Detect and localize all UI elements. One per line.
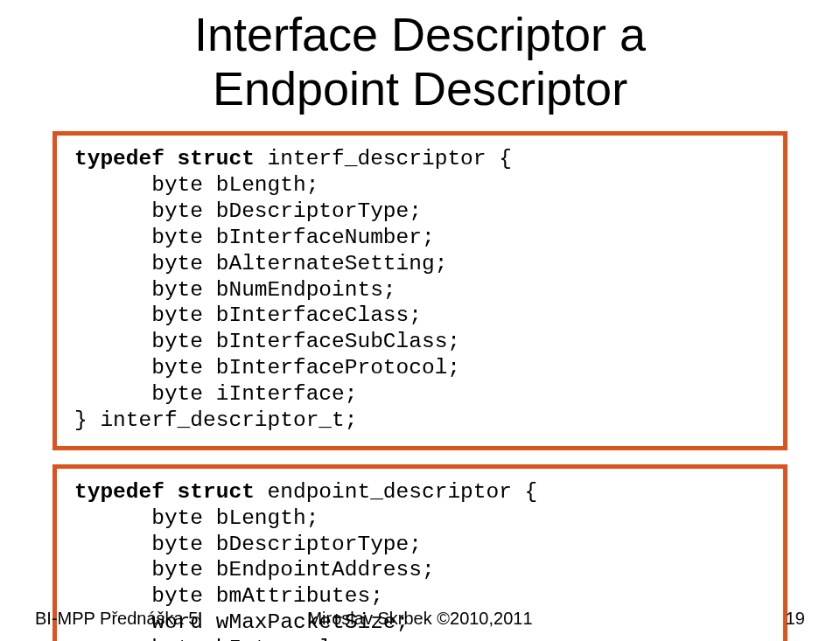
code-line: byte bDescriptorType; xyxy=(74,533,422,556)
code-line: byte bLength; xyxy=(74,173,318,197)
code-line: byte bDescriptorType; xyxy=(74,199,422,223)
slide-title: Interface Descriptor a Endpoint Descript… xyxy=(52,0,788,131)
code-box-interface: typedef struct interf_descriptor { byte … xyxy=(52,131,788,450)
title-line-2: Endpoint Descriptor xyxy=(213,62,627,115)
code-line: byte bmAttributes; xyxy=(74,584,383,608)
code-line: byte iInterface; xyxy=(74,382,357,406)
code-line: byte bInterfaceSubClass; xyxy=(74,330,460,353)
footer-page-number: 19 xyxy=(786,609,805,629)
code-line: byte bAlternateSetting; xyxy=(74,252,447,275)
code-line: byte bNumEndpoints; xyxy=(74,278,396,302)
slide-footer: BI-MPP Přednáška 5 Miroslav Skrbek ©2010… xyxy=(0,609,840,629)
footer-left: BI-MPP Přednáška 5 xyxy=(35,609,198,629)
code-line: byte bLength; xyxy=(74,506,318,530)
code-text: interf_descriptor { xyxy=(268,147,512,171)
code-line: byte bInterfaceClass; xyxy=(74,303,422,327)
code-line: byte bInterfaceProtocol; xyxy=(74,356,460,380)
code-text: endpoint_descriptor { xyxy=(268,480,538,504)
slide: Interface Descriptor a Endpoint Descript… xyxy=(0,0,840,641)
code-line: } interf_descriptor_t; xyxy=(74,408,357,432)
code-keyword: typedef struct xyxy=(74,147,268,171)
footer-center: Miroslav Skrbek ©2010,2011 xyxy=(307,609,532,629)
code-interface: typedef struct interf_descriptor { byte … xyxy=(74,146,766,434)
code-line: byte bEndpointAddress; xyxy=(74,558,435,582)
title-line-1: Interface Descriptor a xyxy=(194,8,646,60)
code-line: byte bInterfaceNumber; xyxy=(74,226,435,249)
code-keyword: typedef struct xyxy=(74,480,268,504)
code-line: byte bInterval; xyxy=(74,637,345,641)
